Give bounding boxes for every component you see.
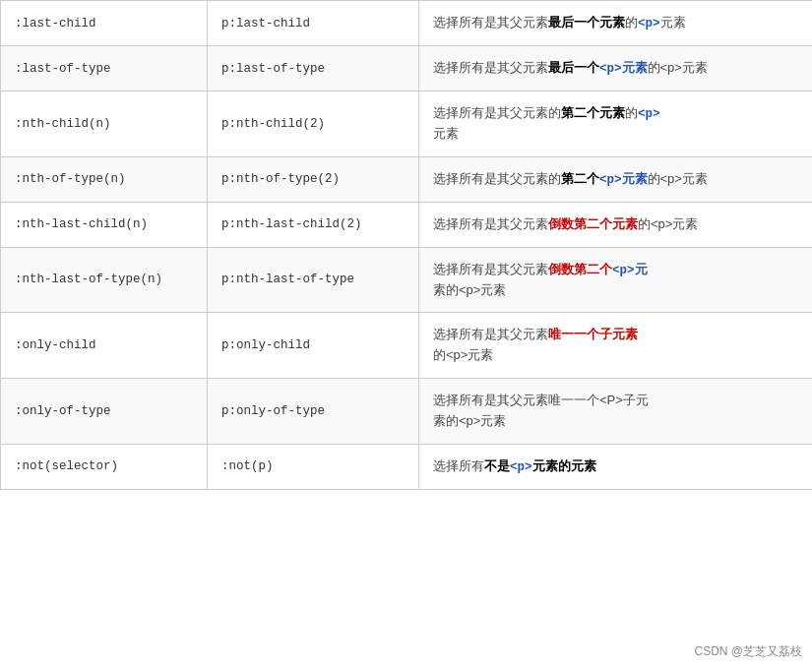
example-cell: p:nth-of-type(2) <box>208 157 419 202</box>
desc-cell: 选择所有是其父元素最后一个<p>元素的<p>元素 <box>419 46 812 91</box>
table-row: :nth-child(n) p:nth-child(2) 选择所有是其父元素的第… <box>1 91 812 157</box>
selector-cell: :nth-of-type(n) <box>1 157 208 202</box>
desc-cell: 选择所有是其父元素最后一个元素的<p>元素 <box>419 1 812 45</box>
example-cell: p:only-of-type <box>208 379 419 444</box>
selector-cell: :nth-last-of-type(n) <box>1 248 208 313</box>
highlight: 不是<p>元素的元素 <box>484 458 596 473</box>
table-row: :only-child p:only-child 选择所有是其父元素唯一一个子元… <box>1 313 812 379</box>
selector-cell: :only-of-type <box>1 379 208 444</box>
desc-cell: 选择所有不是<p>元素的元素 <box>419 445 812 489</box>
selector-cell: :last-of-type <box>1 46 208 91</box>
selector-cell: :nth-child(n) <box>1 91 208 156</box>
example-cell: p:nth-last-child(2) <box>208 203 419 247</box>
example-cell: p:last-child <box>208 1 419 45</box>
table-row: :only-of-type p:only-of-type 选择所有是其父元素唯一… <box>1 379 812 445</box>
selector-cell: :last-child <box>1 1 208 45</box>
css-selector-table: :last-child p:last-child 选择所有是其父元素最后一个元素… <box>0 0 812 490</box>
selector-cell: :nth-last-child(n) <box>1 203 208 247</box>
code-tag: <p> <box>638 107 660 121</box>
highlight: 最后一个元素 <box>548 15 625 30</box>
desc-cell: 选择所有是其父元素唯一一个子元素的<p>元素 <box>419 313 812 378</box>
highlight: 第二个元素 <box>561 105 625 120</box>
table-row: :not(selector) :not(p) 选择所有不是<p>元素的元素 <box>1 445 812 490</box>
table-row: :nth-last-of-type(n) p:nth-last-of-type … <box>1 248 812 314</box>
example-cell: :not(p) <box>208 445 419 489</box>
selector-cell: :not(selector) <box>1 445 208 489</box>
highlight-red: 倒数第二个<p>元 <box>548 262 648 276</box>
desc-cell: 选择所有是其父元素的第二个<p>元素的<p>元素 <box>419 157 812 202</box>
table-row: :last-of-type p:last-of-type 选择所有是其父元素最后… <box>1 46 812 91</box>
highlight: 最后一个<p>元素 <box>548 60 648 75</box>
desc-cell: 选择所有是其父元素唯一一个<P>子元素的<p>元素 <box>419 379 812 444</box>
desc-cell: 选择所有是其父元素倒数第二个元素的<p>元素 <box>419 203 812 247</box>
highlight: 第二个<p>元素 <box>561 171 648 186</box>
highlight-red: 唯一一个子元素 <box>548 327 638 341</box>
highlight-red: 倒数第二个元素 <box>548 216 638 231</box>
desc-cell: 选择所有是其父元素的第二个元素的<p>元素 <box>419 91 812 156</box>
table-row: :nth-last-child(n) p:nth-last-child(2) 选… <box>1 203 812 248</box>
table-row: :last-child p:last-child 选择所有是其父元素最后一个元素… <box>1 1 812 46</box>
example-cell: p:nth-child(2) <box>208 91 419 156</box>
example-cell: p:nth-last-of-type <box>208 248 419 313</box>
table-row: :nth-of-type(n) p:nth-of-type(2) 选择所有是其父… <box>1 157 812 203</box>
selector-cell: :only-child <box>1 313 208 378</box>
example-cell: p:only-child <box>208 313 419 378</box>
code-tag: <p> <box>638 17 660 30</box>
example-cell: p:last-of-type <box>208 46 419 91</box>
desc-cell: 选择所有是其父元素倒数第二个<p>元素的<p>元素 <box>419 248 812 313</box>
